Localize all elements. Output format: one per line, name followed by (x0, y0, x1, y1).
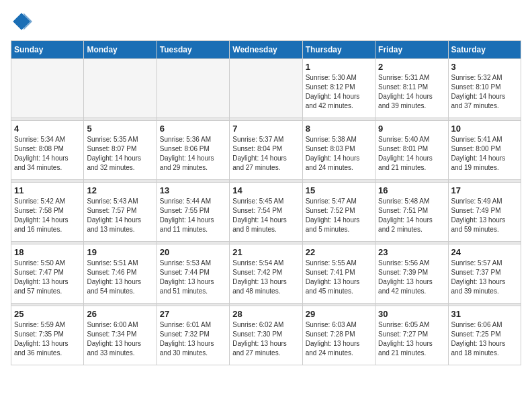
day-number: 5 (87, 124, 153, 134)
calendar-day: 16Sunrise: 5:48 AMSunset: 7:51 PMDayligh… (375, 183, 448, 242)
calendar-day: 20Sunrise: 5:53 AMSunset: 7:44 PMDayligh… (157, 244, 229, 304)
day-info: Sunrise: 5:43 AMSunset: 7:57 PMDaylight:… (87, 197, 153, 234)
day-number: 31 (451, 309, 518, 319)
day-info: Sunrise: 5:59 AMSunset: 7:35 PMDaylight:… (14, 320, 81, 358)
calendar-day: 18Sunrise: 5:50 AMSunset: 7:47 PMDayligh… (11, 244, 84, 304)
day-info: Sunrise: 5:50 AMSunset: 7:47 PMDaylight:… (14, 259, 81, 296)
day-info: Sunrise: 5:37 AMSunset: 8:04 PMDaylight:… (232, 135, 299, 173)
day-info: Sunrise: 5:31 AMSunset: 8:11 PMDaylight:… (378, 73, 445, 111)
calendar-day: 1Sunrise: 5:30 AMSunset: 8:12 PMDaylight… (302, 59, 375, 118)
calendar-day: 11Sunrise: 5:42 AMSunset: 7:58 PMDayligh… (11, 183, 84, 242)
day-number: 20 (160, 247, 226, 257)
day-info: Sunrise: 5:30 AMSunset: 8:12 PMDaylight:… (306, 73, 372, 111)
day-info: Sunrise: 5:32 AMSunset: 8:10 PMDaylight:… (451, 73, 518, 111)
day-header-sunday: Sunday (11, 41, 84, 59)
calendar-day: 9Sunrise: 5:40 AMSunset: 8:01 PMDaylight… (375, 121, 448, 180)
calendar-day: 8Sunrise: 5:38 AMSunset: 8:03 PMDaylight… (302, 121, 375, 180)
calendar-day: 17Sunrise: 5:49 AMSunset: 7:49 PMDayligh… (448, 183, 521, 242)
logo (11, 11, 36, 32)
day-number: 18 (14, 247, 81, 257)
day-info: Sunrise: 5:53 AMSunset: 7:44 PMDaylight:… (160, 259, 226, 296)
day-number: 26 (87, 309, 153, 319)
day-info: Sunrise: 6:01 AMSunset: 7:32 PMDaylight:… (160, 320, 226, 358)
day-info: Sunrise: 5:55 AMSunset: 7:41 PMDaylight:… (306, 259, 372, 296)
calendar-day (230, 59, 302, 118)
day-info: Sunrise: 5:34 AMSunset: 8:08 PMDaylight:… (14, 135, 81, 173)
calendar-day: 15Sunrise: 5:47 AMSunset: 7:52 PMDayligh… (302, 183, 375, 242)
day-number: 23 (378, 247, 445, 257)
day-info: Sunrise: 6:02 AMSunset: 7:30 PMDaylight:… (232, 320, 299, 358)
calendar-day (84, 59, 157, 118)
logo-icon (11, 11, 32, 32)
calendar-week-5: 25Sunrise: 5:59 AMSunset: 7:35 PMDayligh… (11, 306, 521, 365)
calendar-day: 21Sunrise: 5:54 AMSunset: 7:42 PMDayligh… (230, 244, 302, 304)
day-number: 15 (306, 185, 372, 195)
day-info: Sunrise: 5:57 AMSunset: 7:37 PMDaylight:… (451, 259, 518, 296)
day-info: Sunrise: 5:47 AMSunset: 7:52 PMDaylight:… (306, 197, 372, 234)
day-info: Sunrise: 5:38 AMSunset: 8:03 PMDaylight:… (306, 135, 372, 173)
day-number: 25 (14, 309, 81, 319)
day-header-wednesday: Wednesday (230, 41, 302, 59)
calendar-day (11, 59, 84, 118)
day-number: 17 (451, 185, 518, 195)
calendar-day: 27Sunrise: 6:01 AMSunset: 7:32 PMDayligh… (157, 306, 229, 365)
day-info: Sunrise: 5:42 AMSunset: 7:58 PMDaylight:… (14, 197, 81, 234)
day-header-friday: Friday (375, 41, 448, 59)
calendar-week-4: 18Sunrise: 5:50 AMSunset: 7:47 PMDayligh… (11, 244, 521, 304)
calendar-day: 31Sunrise: 6:06 AMSunset: 7:25 PMDayligh… (448, 306, 521, 365)
day-info: Sunrise: 6:03 AMSunset: 7:28 PMDaylight:… (306, 320, 372, 358)
day-number: 29 (306, 309, 372, 319)
day-number: 2 (378, 62, 445, 72)
day-number: 28 (232, 309, 299, 319)
calendar-day: 7Sunrise: 5:37 AMSunset: 8:04 PMDaylight… (230, 121, 302, 180)
day-number: 27 (160, 309, 226, 319)
calendar-header-row: SundayMondayTuesdayWednesdayThursdayFrid… (11, 41, 521, 59)
day-number: 12 (87, 185, 153, 195)
calendar-table: SundayMondayTuesdayWednesdayThursdayFrid… (11, 40, 521, 365)
calendar-day: 2Sunrise: 5:31 AMSunset: 8:11 PMDaylight… (375, 59, 448, 118)
day-info: Sunrise: 5:48 AMSunset: 7:51 PMDaylight:… (378, 197, 445, 234)
day-number: 10 (451, 124, 518, 134)
day-number: 22 (306, 247, 372, 257)
day-info: Sunrise: 5:41 AMSunset: 8:00 PMDaylight:… (451, 135, 518, 173)
calendar-day: 30Sunrise: 6:05 AMSunset: 7:27 PMDayligh… (375, 306, 448, 365)
day-number: 6 (160, 124, 226, 134)
day-header-thursday: Thursday (302, 41, 375, 59)
calendar-day: 14Sunrise: 5:45 AMSunset: 7:54 PMDayligh… (230, 183, 302, 242)
day-info: Sunrise: 6:05 AMSunset: 7:27 PMDaylight:… (378, 320, 445, 358)
calendar-week-3: 11Sunrise: 5:42 AMSunset: 7:58 PMDayligh… (11, 183, 521, 242)
day-info: Sunrise: 5:45 AMSunset: 7:54 PMDaylight:… (232, 197, 299, 234)
day-header-tuesday: Tuesday (157, 41, 229, 59)
day-info: Sunrise: 5:54 AMSunset: 7:42 PMDaylight:… (232, 259, 299, 296)
day-number: 9 (378, 124, 445, 134)
day-info: Sunrise: 5:51 AMSunset: 7:46 PMDaylight:… (87, 259, 153, 296)
calendar-day: 29Sunrise: 6:03 AMSunset: 7:28 PMDayligh… (302, 306, 375, 365)
day-info: Sunrise: 5:40 AMSunset: 8:01 PMDaylight:… (378, 135, 445, 173)
day-info: Sunrise: 5:35 AMSunset: 8:07 PMDaylight:… (87, 135, 153, 173)
day-number: 4 (14, 124, 81, 134)
calendar-week-2: 4Sunrise: 5:34 AMSunset: 8:08 PMDaylight… (11, 121, 521, 180)
svg-marker-1 (24, 13, 32, 30)
calendar-week-1: 1Sunrise: 5:30 AMSunset: 8:12 PMDaylight… (11, 59, 521, 118)
day-info: Sunrise: 5:44 AMSunset: 7:55 PMDaylight:… (160, 197, 226, 234)
day-number: 3 (451, 62, 518, 72)
day-info: Sunrise: 5:36 AMSunset: 8:06 PMDaylight:… (160, 135, 226, 173)
calendar-day (157, 59, 229, 118)
day-number: 30 (378, 309, 445, 319)
day-number: 19 (87, 247, 153, 257)
day-number: 24 (451, 247, 518, 257)
calendar-day: 26Sunrise: 6:00 AMSunset: 7:34 PMDayligh… (84, 306, 157, 365)
calendar-day: 24Sunrise: 5:57 AMSunset: 7:37 PMDayligh… (448, 244, 521, 304)
calendar-day: 23Sunrise: 5:56 AMSunset: 7:39 PMDayligh… (375, 244, 448, 304)
day-header-monday: Monday (84, 41, 157, 59)
calendar-day: 5Sunrise: 5:35 AMSunset: 8:07 PMDaylight… (84, 121, 157, 180)
day-number: 21 (232, 247, 299, 257)
day-number: 8 (306, 124, 372, 134)
calendar-day: 4Sunrise: 5:34 AMSunset: 8:08 PMDaylight… (11, 121, 84, 180)
day-info: Sunrise: 6:06 AMSunset: 7:25 PMDaylight:… (451, 320, 518, 358)
calendar-day: 28Sunrise: 6:02 AMSunset: 7:30 PMDayligh… (230, 306, 302, 365)
day-info: Sunrise: 6:00 AMSunset: 7:34 PMDaylight:… (87, 320, 153, 358)
day-info: Sunrise: 5:49 AMSunset: 7:49 PMDaylight:… (451, 197, 518, 234)
calendar-day: 13Sunrise: 5:44 AMSunset: 7:55 PMDayligh… (157, 183, 229, 242)
calendar-day: 25Sunrise: 5:59 AMSunset: 7:35 PMDayligh… (11, 306, 84, 365)
